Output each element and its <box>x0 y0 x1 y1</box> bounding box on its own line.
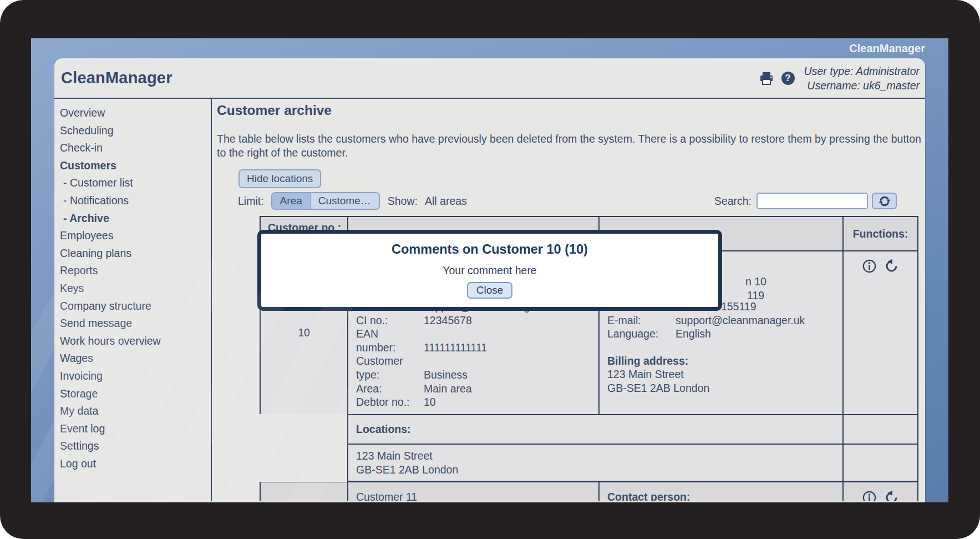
app-logo: CleanManager <box>61 69 172 87</box>
filter-toolbar: Limit: Area Custome… Show: All areas Sea… <box>238 192 897 210</box>
sidebar-item[interactable]: Send message <box>60 315 211 333</box>
locations-header-row: Locations: <box>260 415 918 445</box>
info-icon[interactable] <box>862 259 877 274</box>
sidebar-item[interactable]: Company structure <box>60 298 211 315</box>
contact-value: English <box>676 327 839 341</box>
sidebar-item[interactable]: - Customer list <box>60 174 211 192</box>
next-customer-name: Customer 11 <box>347 482 598 501</box>
contact-label: Language: <box>607 327 676 341</box>
contact-fragment-1: n 10 <box>745 275 766 289</box>
help-icon[interactable]: ? <box>781 71 795 85</box>
modal-comment-text: Your comment here <box>261 264 718 277</box>
functions-cell <box>842 251 917 414</box>
contact-fragment-2: 119 <box>747 289 764 303</box>
sidebar-item[interactable]: Reports <box>60 262 211 280</box>
sidebar-item[interactable]: Cleaning plans <box>60 245 211 263</box>
search-label: Search: <box>714 195 751 208</box>
comments-modal: Comments on Customer 10 (10) Your commen… <box>257 230 722 311</box>
sidebar-item[interactable]: Work hours overview <box>60 333 211 350</box>
search-input[interactable] <box>756 193 868 209</box>
limit-area-button[interactable]: Area <box>272 193 310 209</box>
modal-close-button[interactable]: Close <box>467 282 513 299</box>
show-value: All areas <box>425 195 467 208</box>
page-description: The table below lists the customers who … <box>217 132 924 160</box>
sidebar-item[interactable]: Wages <box>60 350 211 367</box>
detail-label: Area: <box>356 382 424 396</box>
user-type: User type: Administrator <box>804 64 920 78</box>
billing-address-label: Billing address: <box>607 354 839 368</box>
sidebar-item[interactable]: My data <box>60 402 211 420</box>
user-info: User type: Administrator Username: uk6_m… <box>804 64 920 93</box>
sidebar-item[interactable]: Overview <box>60 104 211 122</box>
limit-toggle-group: Area Custome… <box>271 192 380 210</box>
print-icon[interactable] <box>759 71 774 85</box>
restore-icon[interactable] <box>883 259 900 274</box>
contact-value: support@cleanmanager.uk <box>676 314 839 328</box>
locations-label: Locations: <box>356 422 842 436</box>
sidebar-item[interactable]: Customers <box>60 157 211 175</box>
modal-title: Comments on Customer 10 (10) <box>261 242 718 257</box>
header-functions: Functions: <box>842 217 917 250</box>
screen: CleanManager CleanManager <box>0 0 980 539</box>
app-panel: CleanManager ? <box>54 58 925 502</box>
detail-value: Business <box>424 368 595 382</box>
limit-label: Limit: <box>238 195 264 208</box>
desktop-background: CleanManager CleanManager <box>31 38 948 502</box>
functions-cell <box>842 482 917 501</box>
sidebar-item[interactable]: Storage <box>60 385 211 403</box>
sidebar-item[interactable]: - Archive <box>60 210 211 228</box>
refresh-button[interactable] <box>872 193 897 209</box>
page-title: Customer archive <box>217 103 925 118</box>
sidebar-item[interactable]: Scheduling <box>60 122 211 140</box>
sidebar-item[interactable]: Invoicing <box>60 367 211 385</box>
restore-icon[interactable] <box>883 490 900 501</box>
detail-value: 10 <box>424 395 595 409</box>
sidebar-item[interactable]: Keys <box>60 280 211 298</box>
sidebar-item[interactable]: Settings <box>60 437 211 455</box>
customer-number-cell: 10 <box>261 251 347 414</box>
sidebar-item[interactable]: Event log <box>60 420 211 438</box>
billing-address-line: GB-SE1 2AB London <box>607 381 839 395</box>
show-label: Show: <box>388 195 418 208</box>
next-contact-label: Contact person: <box>598 482 842 501</box>
next-customer-row: Customer 11 Contact person: <box>260 482 918 501</box>
hide-locations-button[interactable]: Hide locations <box>238 169 321 188</box>
detail-value: 12345678 <box>424 314 595 328</box>
detail-label: Debtor no.: <box>356 395 424 409</box>
billing-address-block: Billing address: 123 Main Street GB-SE1 … <box>607 354 839 395</box>
limit-customer-button[interactable]: Custome… <box>310 193 379 209</box>
browser-brand-text: CleanManager <box>849 42 925 55</box>
sidebar-item[interactable]: - Notifications <box>60 192 211 210</box>
app-header: CleanManager ? <box>54 58 925 99</box>
sidebar-nav: Overview Scheduling Check-in Customers -… <box>54 99 211 501</box>
location-address-line: 123 Main Street <box>356 449 842 463</box>
sidebar-item[interactable]: Log out <box>60 455 211 473</box>
username: Username: uk6_master <box>804 78 920 93</box>
detail-label: EAN number: <box>356 327 424 354</box>
location-address-line: GB-SE1 2AB London <box>356 463 842 477</box>
detail-value: 111111111111 <box>424 341 595 355</box>
location-row: 123 Main Street GB-SE1 2AB London <box>260 445 918 482</box>
contact-label: E-mail: <box>607 314 676 328</box>
billing-address-line: 123 Main Street <box>607 367 839 381</box>
refresh-icon <box>877 194 892 208</box>
info-icon[interactable] <box>862 490 877 501</box>
detail-label: CI no.: <box>356 314 424 328</box>
detail-value: Main area <box>424 382 595 396</box>
detail-label: Customer type: <box>356 354 424 381</box>
sidebar-item[interactable]: Check-in <box>60 139 211 157</box>
sidebar-item[interactable]: Employees <box>60 227 211 245</box>
